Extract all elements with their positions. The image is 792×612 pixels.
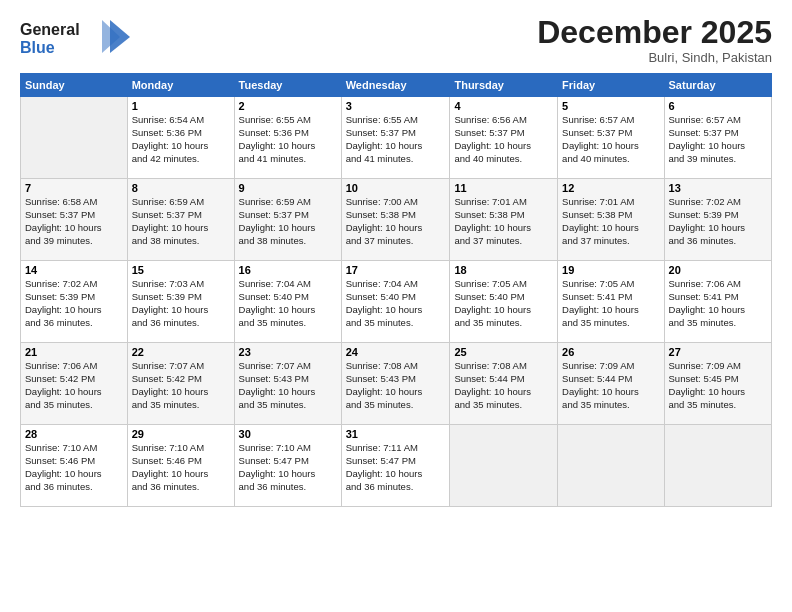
day-number: 26: [562, 346, 659, 358]
day-info: Sunrise: 6:58 AM Sunset: 5:37 PM Dayligh…: [25, 196, 123, 247]
day-info: Sunrise: 7:07 AM Sunset: 5:42 PM Dayligh…: [132, 360, 230, 411]
day-info: Sunrise: 7:01 AM Sunset: 5:38 PM Dayligh…: [562, 196, 659, 247]
day-info: Sunrise: 7:09 AM Sunset: 5:45 PM Dayligh…: [669, 360, 767, 411]
day-info: Sunrise: 6:59 AM Sunset: 5:37 PM Dayligh…: [132, 196, 230, 247]
calendar-cell: 15Sunrise: 7:03 AM Sunset: 5:39 PM Dayli…: [127, 261, 234, 343]
day-number: 4: [454, 100, 553, 112]
day-info: Sunrise: 7:08 AM Sunset: 5:44 PM Dayligh…: [454, 360, 553, 411]
calendar-cell: 7Sunrise: 6:58 AM Sunset: 5:37 PM Daylig…: [21, 179, 128, 261]
title-block: December 2025 Bulri, Sindh, Pakistan: [537, 15, 772, 65]
day-number: 15: [132, 264, 230, 276]
calendar-cell: 18Sunrise: 7:05 AM Sunset: 5:40 PM Dayli…: [450, 261, 558, 343]
weekday-header-saturday: Saturday: [664, 74, 771, 97]
day-info: Sunrise: 7:04 AM Sunset: 5:40 PM Dayligh…: [346, 278, 446, 329]
calendar-cell: 26Sunrise: 7:09 AM Sunset: 5:44 PM Dayli…: [558, 343, 664, 425]
svg-text:Blue: Blue: [20, 39, 55, 56]
weekday-header-monday: Monday: [127, 74, 234, 97]
calendar-cell: 17Sunrise: 7:04 AM Sunset: 5:40 PM Dayli…: [341, 261, 450, 343]
day-number: 28: [25, 428, 123, 440]
month-title: December 2025: [537, 15, 772, 50]
day-info: Sunrise: 7:03 AM Sunset: 5:39 PM Dayligh…: [132, 278, 230, 329]
calendar-cell: 3Sunrise: 6:55 AM Sunset: 5:37 PM Daylig…: [341, 97, 450, 179]
day-number: 20: [669, 264, 767, 276]
calendar-cell: 21Sunrise: 7:06 AM Sunset: 5:42 PM Dayli…: [21, 343, 128, 425]
day-info: Sunrise: 6:55 AM Sunset: 5:37 PM Dayligh…: [346, 114, 446, 165]
day-info: Sunrise: 7:02 AM Sunset: 5:39 PM Dayligh…: [669, 196, 767, 247]
day-number: 18: [454, 264, 553, 276]
calendar-cell: 16Sunrise: 7:04 AM Sunset: 5:40 PM Dayli…: [234, 261, 341, 343]
calendar-cell: 25Sunrise: 7:08 AM Sunset: 5:44 PM Dayli…: [450, 343, 558, 425]
calendar-page: General Blue December 2025 Bulri, Sindh,…: [0, 0, 792, 612]
calendar-cell: 22Sunrise: 7:07 AM Sunset: 5:42 PM Dayli…: [127, 343, 234, 425]
day-info: Sunrise: 6:57 AM Sunset: 5:37 PM Dayligh…: [562, 114, 659, 165]
calendar-cell: [558, 425, 664, 507]
day-number: 12: [562, 182, 659, 194]
day-info: Sunrise: 6:56 AM Sunset: 5:37 PM Dayligh…: [454, 114, 553, 165]
week-row-2: 7Sunrise: 6:58 AM Sunset: 5:37 PM Daylig…: [21, 179, 772, 261]
day-info: Sunrise: 7:05 AM Sunset: 5:40 PM Dayligh…: [454, 278, 553, 329]
day-number: 6: [669, 100, 767, 112]
calendar-cell: 13Sunrise: 7:02 AM Sunset: 5:39 PM Dayli…: [664, 179, 771, 261]
calendar-cell: 8Sunrise: 6:59 AM Sunset: 5:37 PM Daylig…: [127, 179, 234, 261]
day-number: 10: [346, 182, 446, 194]
day-info: Sunrise: 7:01 AM Sunset: 5:38 PM Dayligh…: [454, 196, 553, 247]
day-number: 14: [25, 264, 123, 276]
day-info: Sunrise: 7:06 AM Sunset: 5:42 PM Dayligh…: [25, 360, 123, 411]
calendar-cell: 5Sunrise: 6:57 AM Sunset: 5:37 PM Daylig…: [558, 97, 664, 179]
day-info: Sunrise: 7:07 AM Sunset: 5:43 PM Dayligh…: [239, 360, 337, 411]
week-row-4: 21Sunrise: 7:06 AM Sunset: 5:42 PM Dayli…: [21, 343, 772, 425]
day-info: Sunrise: 7:10 AM Sunset: 5:47 PM Dayligh…: [239, 442, 337, 493]
weekday-header-thursday: Thursday: [450, 74, 558, 97]
calendar-cell: 20Sunrise: 7:06 AM Sunset: 5:41 PM Dayli…: [664, 261, 771, 343]
day-number: 24: [346, 346, 446, 358]
day-number: 25: [454, 346, 553, 358]
day-info: Sunrise: 7:05 AM Sunset: 5:41 PM Dayligh…: [562, 278, 659, 329]
day-info: Sunrise: 7:08 AM Sunset: 5:43 PM Dayligh…: [346, 360, 446, 411]
week-row-1: 1Sunrise: 6:54 AM Sunset: 5:36 PM Daylig…: [21, 97, 772, 179]
calendar-cell: [21, 97, 128, 179]
calendar-cell: 23Sunrise: 7:07 AM Sunset: 5:43 PM Dayli…: [234, 343, 341, 425]
day-info: Sunrise: 6:55 AM Sunset: 5:36 PM Dayligh…: [239, 114, 337, 165]
week-row-3: 14Sunrise: 7:02 AM Sunset: 5:39 PM Dayli…: [21, 261, 772, 343]
location: Bulri, Sindh, Pakistan: [537, 50, 772, 65]
day-number: 17: [346, 264, 446, 276]
calendar-cell: 9Sunrise: 6:59 AM Sunset: 5:37 PM Daylig…: [234, 179, 341, 261]
calendar-cell: 28Sunrise: 7:10 AM Sunset: 5:46 PM Dayli…: [21, 425, 128, 507]
day-info: Sunrise: 6:57 AM Sunset: 5:37 PM Dayligh…: [669, 114, 767, 165]
calendar-cell: 27Sunrise: 7:09 AM Sunset: 5:45 PM Dayli…: [664, 343, 771, 425]
calendar-cell: 11Sunrise: 7:01 AM Sunset: 5:38 PM Dayli…: [450, 179, 558, 261]
calendar-cell: [664, 425, 771, 507]
calendar-cell: 12Sunrise: 7:01 AM Sunset: 5:38 PM Dayli…: [558, 179, 664, 261]
day-number: 22: [132, 346, 230, 358]
calendar-cell: 24Sunrise: 7:08 AM Sunset: 5:43 PM Dayli…: [341, 343, 450, 425]
day-number: 11: [454, 182, 553, 194]
calendar-cell: 19Sunrise: 7:05 AM Sunset: 5:41 PM Dayli…: [558, 261, 664, 343]
header: General Blue December 2025 Bulri, Sindh,…: [20, 15, 772, 65]
calendar-cell: 14Sunrise: 7:02 AM Sunset: 5:39 PM Dayli…: [21, 261, 128, 343]
logo-svg: General Blue: [20, 15, 130, 60]
day-info: Sunrise: 7:09 AM Sunset: 5:44 PM Dayligh…: [562, 360, 659, 411]
weekday-header-tuesday: Tuesday: [234, 74, 341, 97]
calendar-cell: 10Sunrise: 7:00 AM Sunset: 5:38 PM Dayli…: [341, 179, 450, 261]
day-info: Sunrise: 7:02 AM Sunset: 5:39 PM Dayligh…: [25, 278, 123, 329]
calendar-cell: 30Sunrise: 7:10 AM Sunset: 5:47 PM Dayli…: [234, 425, 341, 507]
day-number: 23: [239, 346, 337, 358]
day-info: Sunrise: 6:54 AM Sunset: 5:36 PM Dayligh…: [132, 114, 230, 165]
day-number: 27: [669, 346, 767, 358]
day-info: Sunrise: 7:04 AM Sunset: 5:40 PM Dayligh…: [239, 278, 337, 329]
calendar-cell: [450, 425, 558, 507]
calendar-cell: 29Sunrise: 7:10 AM Sunset: 5:46 PM Dayli…: [127, 425, 234, 507]
day-info: Sunrise: 7:11 AM Sunset: 5:47 PM Dayligh…: [346, 442, 446, 493]
day-number: 7: [25, 182, 123, 194]
day-number: 13: [669, 182, 767, 194]
calendar-cell: 4Sunrise: 6:56 AM Sunset: 5:37 PM Daylig…: [450, 97, 558, 179]
day-number: 29: [132, 428, 230, 440]
day-number: 19: [562, 264, 659, 276]
day-number: 30: [239, 428, 337, 440]
calendar-cell: 2Sunrise: 6:55 AM Sunset: 5:36 PM Daylig…: [234, 97, 341, 179]
calendar-cell: 6Sunrise: 6:57 AM Sunset: 5:37 PM Daylig…: [664, 97, 771, 179]
day-number: 5: [562, 100, 659, 112]
weekday-header-row: SundayMondayTuesdayWednesdayThursdayFrid…: [21, 74, 772, 97]
day-number: 9: [239, 182, 337, 194]
day-number: 21: [25, 346, 123, 358]
